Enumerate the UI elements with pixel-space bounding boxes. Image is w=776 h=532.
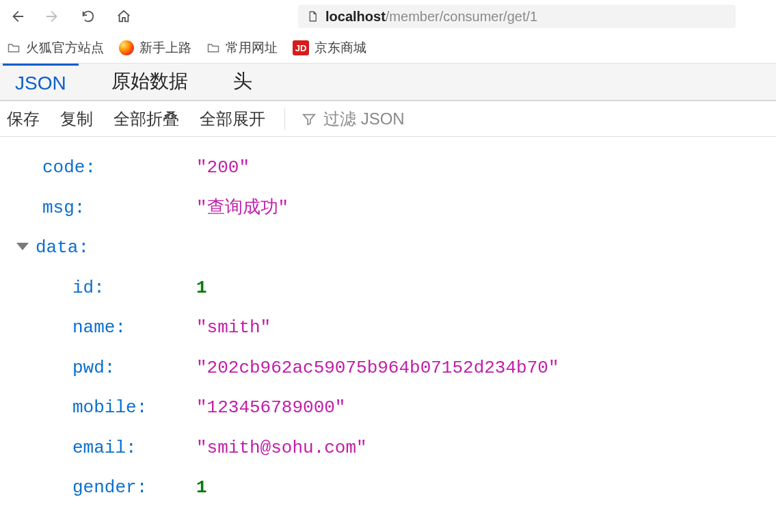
bookmark-label: 常用网址: [226, 39, 278, 57]
colon: :: [78, 237, 89, 258]
json-value-string: "202cb962ac59075b964b07152d234b70": [196, 348, 559, 388]
home-button[interactable]: [112, 5, 135, 28]
bookmark-firefox-official[interactable]: 火狐官方站点: [7, 39, 104, 57]
bookmark-common-sites[interactable]: 常用网址: [206, 39, 278, 57]
json-value-string: "123456789000": [196, 388, 345, 428]
tab-json[interactable]: JSON: [3, 64, 79, 100]
json-row-email[interactable]: email: "smith@sohu.com": [7, 428, 769, 468]
json-value-string: "smith": [196, 308, 271, 348]
home-icon: [116, 8, 131, 25]
json-row-msg[interactable]: msg: "查询成功": [7, 188, 769, 228]
json-row-name[interactable]: name: "smith": [7, 308, 769, 348]
json-viewer: code: "200" msg: "查询成功" data: id: 1 name…: [0, 137, 776, 532]
tab-headers[interactable]: 头: [221, 59, 265, 100]
colon: :: [94, 278, 105, 298]
collapse-all-button[interactable]: 全部折叠: [111, 105, 182, 133]
reload-icon: [81, 9, 96, 24]
url-host: localhost: [325, 9, 386, 25]
bookmark-getting-started[interactable]: 新手上路: [119, 39, 191, 57]
colon: :: [75, 198, 85, 218]
json-value-number: 1: [196, 268, 207, 308]
json-key: msg: [42, 198, 75, 218]
bookmark-label: 京东商城: [315, 39, 366, 57]
page-icon: [306, 10, 319, 23]
colon: :: [85, 157, 96, 178]
browser-toolbar: localhost/member/consumer/get/1: [0, 0, 776, 33]
filter-wrap: [302, 109, 500, 129]
reload-button[interactable]: [77, 5, 100, 28]
json-row-mobile[interactable]: mobile: "123456789000": [7, 388, 769, 428]
address-bar-wrap: localhost/member/consumer/get/1: [298, 5, 771, 28]
firefox-icon: [119, 40, 134, 55]
arrow-left-icon: [10, 9, 25, 24]
json-row-data[interactable]: data:: [7, 228, 769, 268]
json-row-code[interactable]: code: "200": [7, 148, 769, 188]
json-key: pwd: [72, 358, 105, 378]
copy-button[interactable]: 复制: [57, 105, 96, 133]
json-row-pwd[interactable]: pwd: "202cb962ac59075b964b07152d234b70": [7, 348, 769, 388]
json-row-gender[interactable]: gender: 1: [7, 468, 769, 508]
bookmark-jd[interactable]: JD 京东商城: [293, 39, 366, 57]
json-key: email: [72, 438, 126, 458]
view-tabs: JSON 原始数据 头: [0, 63, 776, 101]
address-bar[interactable]: localhost/member/consumer/get/1: [298, 5, 736, 28]
url-path: /member/consumer/get/1: [386, 9, 537, 25]
colon: :: [137, 477, 148, 498]
json-key: gender: [72, 477, 137, 498]
folder-icon: [7, 41, 21, 55]
json-value-string: "smith@sohu.com": [196, 428, 367, 468]
json-key: code: [42, 157, 85, 178]
back-button[interactable]: [5, 5, 29, 28]
json-key: name: [72, 317, 115, 338]
bookmark-label: 火狐官方站点: [26, 39, 104, 57]
colon: :: [126, 438, 137, 458]
colon: :: [137, 397, 148, 418]
json-value-number: 1: [196, 468, 207, 508]
json-row-id[interactable]: id: 1: [7, 268, 769, 308]
colon: :: [115, 317, 126, 338]
json-value-string: "200": [196, 148, 250, 188]
bookmarks-bar: 火狐官方站点 新手上路 常用网址 JD 京东商城: [0, 33, 776, 63]
colon: :: [105, 358, 116, 378]
chevron-down-icon[interactable]: [16, 243, 29, 250]
filter-icon: [302, 111, 317, 127]
folder-icon: [206, 41, 220, 55]
expand-all-button[interactable]: 全部展开: [197, 105, 268, 133]
filter-input[interactable]: [322, 109, 500, 129]
tab-raw[interactable]: 原始数据: [99, 59, 200, 100]
save-button[interactable]: 保存: [4, 105, 42, 133]
json-key: id: [72, 278, 94, 298]
arrow-right-icon: [45, 9, 60, 24]
json-key: data: [36, 237, 78, 258]
forward-button[interactable]: [41, 5, 64, 28]
action-bar: 保存 复制 全部折叠 全部展开: [0, 101, 776, 137]
separator: [284, 108, 285, 130]
json-key: mobile: [72, 397, 137, 418]
bookmark-label: 新手上路: [139, 39, 191, 57]
jd-icon: JD: [293, 40, 309, 55]
json-value-string: "查询成功": [196, 188, 289, 228]
